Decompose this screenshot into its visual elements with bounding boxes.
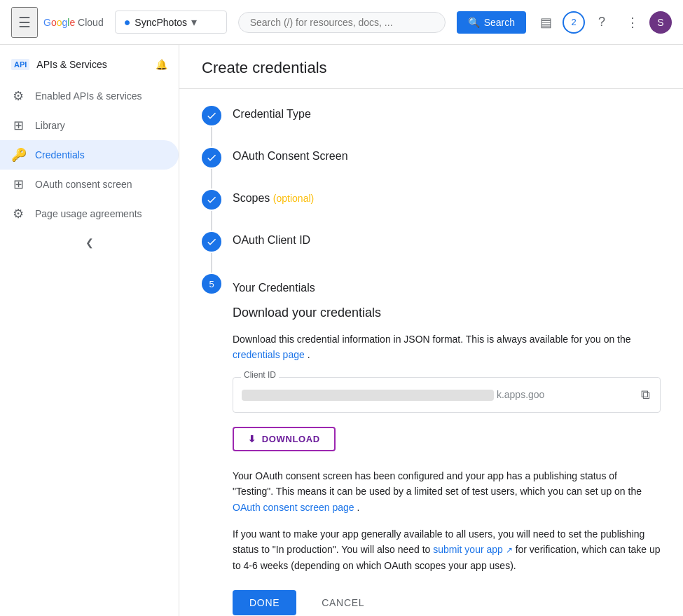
action-buttons: DONE CANCEL — [233, 590, 661, 616]
section-title: Download your credentials — [233, 306, 661, 320]
oauth-consent-icon: ⊞ — [11, 177, 25, 192]
step-your-credentials: 5 Your Credentials Download your credent… — [202, 274, 661, 616]
client-id-suffix: k.apps.goo — [497, 389, 545, 400]
sidebar-item-label: OAuth consent screen — [35, 179, 132, 190]
step4-check-icon — [202, 232, 221, 252]
sidebar-collapse-btn[interactable]: ❮ — [0, 228, 179, 256]
step1-connector — [202, 106, 221, 148]
step1-check-icon — [202, 106, 221, 125]
credentials-page-link[interactable]: credentials page — [233, 349, 305, 360]
notification-badge[interactable]: 2 — [563, 11, 585, 34]
help-icon: ? — [598, 15, 605, 29]
main-content: Create credentials Credential Type — [179, 45, 683, 616]
step5-connector: 5 — [202, 274, 221, 294]
external-link-icon: ↗ — [506, 545, 513, 555]
client-id-input-row: k.apps.goo ⧉ — [233, 377, 661, 413]
step3-check-icon — [202, 190, 221, 210]
terminal-icon: ▤ — [540, 15, 552, 30]
step-scopes: Scopes (optional) — [202, 190, 661, 232]
step2-content: OAuth Consent Screen — [233, 148, 348, 168]
step5-title: Your Credentials — [233, 282, 661, 294]
collapse-icon: ❮ — [85, 237, 94, 248]
step5-content: Your Credentials Download your credentia… — [233, 280, 661, 616]
avatar[interactable]: S — [649, 11, 672, 34]
sidebar-item-page-usage[interactable]: ⚙ Page usage agreements — [0, 199, 179, 228]
top-nav: ☰ Google Cloud ● SyncPhotos ▾ 🔍 Search ▤… — [0, 0, 683, 45]
step4-connector — [202, 232, 221, 274]
step-oauth-consent: OAuth Consent Screen — [202, 148, 661, 190]
sidebar-item-oauth-consent[interactable]: ⊞ OAuth consent screen — [0, 170, 179, 199]
project-icon: ● — [124, 16, 131, 29]
step-credential-type: Credential Type — [202, 106, 661, 148]
avatar-initial: S — [657, 17, 663, 28]
steps-container: Credential Type OAuth Consent Screen — [179, 89, 683, 616]
library-icon: ⊞ — [11, 118, 25, 133]
api-badge: API — [11, 59, 29, 70]
credentials-icon: 🔑 — [11, 147, 25, 163]
search-button-label: Search — [484, 17, 515, 28]
search-bar[interactable] — [238, 12, 446, 33]
project-selector[interactable]: ● SyncPhotos ▾ — [115, 11, 227, 34]
client-id-label: Client ID — [241, 370, 279, 380]
step5-num-icon: 5 — [202, 274, 221, 294]
sidebar-item-library[interactable]: ⊞ Library — [0, 111, 179, 140]
step3-line — [211, 211, 212, 231]
download-button[interactable]: ⬇ DOWNLOAD — [233, 427, 336, 451]
step2-title: OAuth Consent Screen — [233, 150, 348, 163]
hamburger-icon: ☰ — [18, 15, 31, 30]
step2-connector — [202, 148, 221, 190]
done-button[interactable]: DONE — [233, 590, 296, 615]
step2-line — [211, 169, 212, 189]
step1-title: Credential Type — [233, 108, 311, 121]
sidebar-title: APIs & Services — [36, 59, 106, 70]
submit-app-link[interactable]: submit your app ↗ — [433, 544, 515, 555]
search-input[interactable] — [250, 17, 434, 28]
info-text-2: If you want to make your app generally a… — [233, 526, 661, 573]
sidebar-item-label: Library — [35, 120, 65, 131]
logo-text: Google Cloud — [43, 17, 104, 28]
nav-icons: ▤ 2 ? ⋮ S — [532, 8, 672, 36]
project-name: SyncPhotos — [134, 17, 187, 28]
page-title: Create credentials — [202, 59, 327, 76]
oauth-consent-screen-link[interactable]: OAuth consent screen page — [233, 502, 354, 513]
section-desc: Download this credential information in … — [233, 331, 661, 363]
step4-title: OAuth Client ID — [233, 234, 310, 247]
sidebar-item-label: Credentials — [35, 149, 85, 160]
search-icon: 🔍 — [468, 17, 480, 28]
help-icon-btn[interactable]: ? — [588, 8, 616, 36]
notification-count: 2 — [571, 17, 576, 27]
google-cloud-logo: Google Cloud — [43, 17, 104, 28]
step3-content: Scopes (optional) — [233, 190, 314, 210]
sidebar-item-label: Page usage agreements — [35, 208, 142, 219]
sidebar: API APIs & Services 🔔 ⚙ Enabled APIs & s… — [0, 45, 179, 616]
client-id-blurred — [242, 390, 494, 401]
sidebar-header: API APIs & Services 🔔 — [0, 50, 179, 81]
terminal-icon-btn[interactable]: ▤ — [532, 8, 560, 36]
optional-label: (optional) — [273, 193, 314, 204]
main-layout: API APIs & Services 🔔 ⚙ Enabled APIs & s… — [0, 45, 683, 616]
desc-text1: Download this credential information in … — [233, 334, 631, 345]
info-text-1: Your OAuth consent screen has been confi… — [233, 468, 661, 515]
page-header: Create credentials — [179, 45, 683, 89]
download-label: DOWNLOAD — [262, 434, 320, 444]
desc-text2: . — [308, 349, 310, 360]
step1-line — [211, 127, 212, 146]
sidebar-item-label: Enabled APIs & services — [35, 90, 142, 102]
copy-icon[interactable]: ⧉ — [640, 386, 651, 404]
search-button[interactable]: 🔍 Search — [457, 11, 526, 34]
step4-line — [211, 253, 212, 273]
cancel-button[interactable]: CANCEL — [305, 590, 381, 615]
hamburger-menu[interactable]: ☰ — [11, 7, 38, 38]
step1-content: Credential Type — [233, 106, 311, 126]
step-oauth-client-id: OAuth Client ID — [202, 232, 661, 274]
sidebar-item-credentials[interactable]: 🔑 Credentials — [0, 140, 179, 170]
chevron-down-icon: ▾ — [191, 15, 197, 29]
download-icon: ⬇ — [248, 434, 256, 444]
more-options-btn[interactable]: ⋮ — [619, 8, 647, 36]
page-usage-icon: ⚙ — [11, 206, 25, 221]
enabled-apis-icon: ⚙ — [11, 88, 25, 104]
sidebar-item-enabled-apis[interactable]: ⚙ Enabled APIs & services — [0, 81, 179, 111]
sidebar-notification-icon[interactable]: 🔔 — [156, 59, 167, 70]
client-id-value: k.apps.goo — [242, 389, 634, 401]
step2-check-icon — [202, 148, 221, 167]
